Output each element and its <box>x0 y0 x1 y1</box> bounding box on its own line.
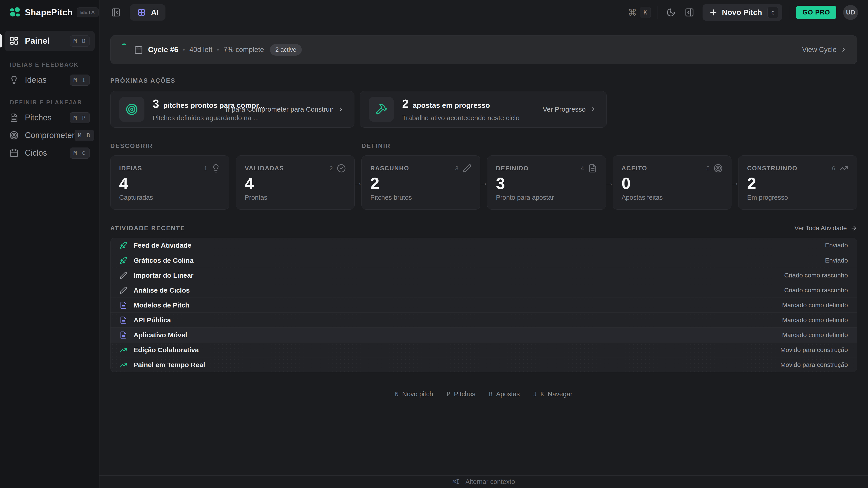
action-title: apostas em progresso <box>413 101 490 109</box>
stage-value: 2 <box>370 175 471 192</box>
flow-arrow-icon: → <box>604 177 614 188</box>
topbar-right: ⌘ K Novo Pitch c <box>628 4 858 21</box>
stage-card-rascunho[interactable]: RASCUNHO 3 2 Pitches brutos → <box>362 156 480 210</box>
activity-row[interactable]: Aplicativo Móvel Marcado como definido <box>111 327 857 342</box>
right-panel-toggle-button[interactable] <box>683 6 696 19</box>
dashboard-icon <box>9 36 19 45</box>
sidebar-item-painel[interactable]: Painel M D <box>4 31 95 51</box>
file-text-icon <box>588 164 597 173</box>
hint-label: Apostas <box>496 390 520 398</box>
nav-section-definir-planejar: DEFINIR E PLANEJAR <box>4 99 95 106</box>
check-circle-icon <box>337 164 346 173</box>
activity-row[interactable]: Painel em Tempo Real Movido para constru… <box>111 357 857 372</box>
key-p: P <box>447 391 450 398</box>
action-card-progresso[interactable]: 2 apostas em progresso Trabalho ativo ac… <box>360 91 607 128</box>
stage-card-ideias[interactable]: IDEIAS 1 4 Capturadas <box>110 156 229 210</box>
activity-status: Criado como rascunho <box>784 287 848 294</box>
key-k: K <box>540 391 544 398</box>
ai-flower-icon <box>136 7 147 18</box>
view-all-activity-link[interactable]: Ver Toda Atividade <box>795 225 857 232</box>
chevron-right-icon <box>840 46 847 53</box>
next-actions-title: PRÓXIMAS AÇÕES <box>110 77 857 84</box>
activity-label: Modelos de Pitch <box>133 301 189 309</box>
go-pro-button[interactable]: GO PRO <box>796 6 836 19</box>
pencil-icon <box>120 287 127 294</box>
activity-row[interactable]: Análise de Ciclos Criado como rascunho <box>111 283 857 297</box>
theme-toggle-button[interactable] <box>664 6 677 19</box>
stage-title: VALIDADAS <box>245 165 284 172</box>
flow-arrow-icon: → <box>353 177 362 188</box>
context-bar[interactable]: ⌘I Alternar contexto <box>99 475 868 488</box>
active-indicator <box>0 34 2 47</box>
activity-label: Análise de Ciclos <box>133 287 190 294</box>
sidebar-item-ciclos[interactable]: Ciclos M C <box>4 144 95 162</box>
stage-card-aceito[interactable]: ACEITO 5 0 Apostas feitas → <box>613 156 732 210</box>
user-avatar[interactable]: UD <box>843 5 858 20</box>
ai-button-label: AI <box>151 8 159 17</box>
activity-row[interactable]: Importar do Linear Criado como rascunho <box>111 268 857 283</box>
pencil-icon <box>463 164 471 173</box>
stage-card-validadas[interactable]: VALIDADAS 2 4 Prontas → <box>236 156 355 210</box>
activity-label: Edição Colaborativa <box>133 346 199 354</box>
stage-card-construindo[interactable]: CONSTRUINDO 6 2 Em progresso <box>738 156 857 210</box>
brand-name: ShapePitch <box>25 8 73 18</box>
activity-status: Movido para construção <box>780 346 848 354</box>
stage-value: 4 <box>119 175 220 192</box>
stage-card-definido[interactable]: DEFINIDO 4 3 Pronto para apostar → <box>487 156 606 210</box>
activity-row[interactable]: Gráficos de Colina Enviado <box>111 253 857 268</box>
cycle-progress: 7% complete <box>223 46 264 54</box>
activity-title: ATIVIDADE RECENTE <box>110 225 185 232</box>
command-k-key[interactable]: K <box>640 7 651 18</box>
activity-row[interactable]: Modelos de Pitch Marcado como definido <box>111 297 857 313</box>
ai-button[interactable]: AI <box>130 4 165 21</box>
sidebar-item-ideias[interactable]: Ideias M I <box>4 71 95 89</box>
trending-up-icon <box>120 361 127 369</box>
stage-title: IDEIAS <box>119 165 142 172</box>
stage-number: 5 <box>706 165 710 172</box>
sidebar-item-comprometer[interactable]: Comprometer M B <box>4 127 95 144</box>
action-icon-box <box>369 97 394 122</box>
action-link-label: Ver Progresso <box>543 105 586 113</box>
cycle-name: Cycle #6 <box>148 45 178 54</box>
hint-label: Navegar <box>548 390 572 398</box>
target-icon <box>126 103 138 116</box>
shortcut-badge: M D <box>70 35 90 46</box>
new-pitch-button[interactable]: Novo Pitch c <box>703 4 782 21</box>
action-link-label: Ir para Comprometer para Construir <box>225 105 333 113</box>
action-card-text: 2 apostas em progresso Trabalho ativo ac… <box>402 97 520 122</box>
stage-sublabel: Apostas feitas <box>622 194 723 201</box>
topbar: AI ⌘ K Novo Pitch <box>99 0 868 25</box>
activity-label: Importar do Linear <box>133 271 193 279</box>
stage-sublabel: Capturadas <box>119 194 220 201</box>
cycle-banner[interactable]: Cycle #6 • 40d left • 7% complete 2 acti… <box>110 35 857 64</box>
collapse-sidebar-button[interactable] <box>110 6 122 19</box>
action-card-comprometer[interactable]: 3 pitches prontos para compr... Pitches … <box>110 91 354 128</box>
activity-label: Aplicativo Móvel <box>133 331 187 339</box>
flow-arrow-icon: → <box>479 177 488 188</box>
activity-row[interactable]: API Pública Marcado como definido <box>111 313 857 327</box>
rocket-icon <box>120 241 127 249</box>
action-link[interactable]: Ver Progresso <box>536 105 596 113</box>
target-icon <box>9 131 19 140</box>
view-all-label: Ver Toda Atividade <box>795 225 847 232</box>
dot-separator: • <box>217 46 219 53</box>
sidebar-item-pitches[interactable]: Pitches M P <box>4 109 95 127</box>
action-subtitle: Pitches definidos aguardando na ... <box>153 114 219 122</box>
divider <box>657 6 658 19</box>
stage-number: 3 <box>455 165 458 172</box>
hint-apostas: B Apostas <box>489 390 520 398</box>
panel-left-close-icon <box>111 8 121 17</box>
stage-title: DEFINIDO <box>496 165 529 172</box>
action-link[interactable]: Ir para Comprometer para Construir <box>219 105 344 113</box>
rocket-icon <box>120 257 127 264</box>
new-pitch-label: Novo Pitch <box>722 8 762 17</box>
activity-row[interactable]: Feed de Atividade Enviado <box>111 238 857 253</box>
sidebar-nav: Painel M D IDEIAS E FEEDBACK Ideias M I … <box>0 25 99 168</box>
sidebar-item-label: Ciclos <box>25 148 47 158</box>
activity-row[interactable]: Edição Colaborativa Movido para construç… <box>111 342 857 357</box>
app-window: ShapePitch BETA Painel M D IDEIAS E FEED… <box>0 0 868 488</box>
file-text-icon <box>120 301 127 309</box>
activity-status: Marcado como definido <box>782 302 848 309</box>
view-cycle-link[interactable]: View Cycle <box>802 46 847 54</box>
keyboard-hints: N Novo pitch P Pitches B Apostas J K Nav… <box>110 390 857 398</box>
